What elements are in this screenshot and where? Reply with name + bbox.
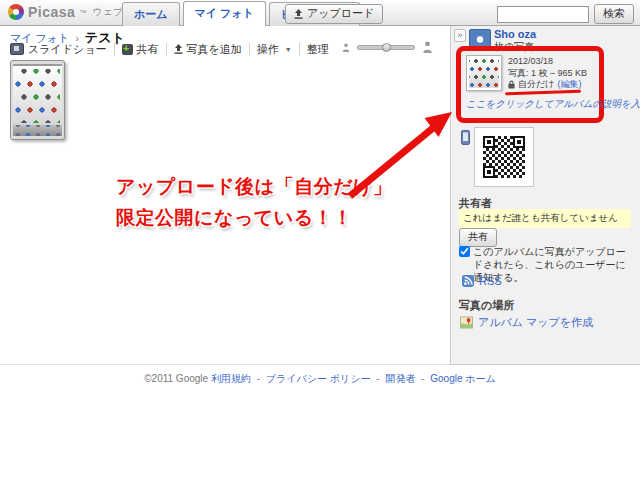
qr-finder-top-right [513,136,525,148]
sidebar-collapse-button[interactable]: » [454,29,466,42]
actions-label: 操作 [257,42,279,57]
lock-icon [508,80,515,89]
ipad-dock [13,125,62,136]
ipad-app-icons [15,69,60,123]
organize-label: 整理 [307,42,329,57]
qr-finder-bottom-left [483,166,495,178]
thumbnail-size-slider [342,41,433,53]
footer-separator: - [376,373,379,384]
add-photos-upload-icon [174,44,183,54]
organize-button[interactable]: 整理 [300,42,336,57]
picasa-web-albums-page: Picasa ™ ウェブアルバム ホーム マイ フォト ピックアップ アップロー… [0,0,640,477]
slideshow-label: スライドショー [28,42,107,57]
upload-button[interactable]: アップロード [285,4,383,24]
small-person-icon [342,43,350,52]
album-metadata: 2012/03/18 写真: 1 枚 – 965 KB 自分だけ (編集) [508,55,587,91]
slideshow-button[interactable]: スライドショー [10,42,114,57]
mobile-phone-icon [461,130,470,149]
qr-finder-top-left [483,136,495,148]
footer-separator: - [257,373,260,384]
owner-name-link[interactable]: Sho oza [494,28,536,40]
photo-location-heading: 写真の場所 [459,298,514,313]
logo-trademark: ™ [79,9,86,16]
tab-my-photos[interactable]: マイ フォト [183,1,266,26]
qr-pattern [483,136,525,178]
annotation-line-2: 限定公開になっている！！ [116,202,393,233]
copyright-text: ©2011 Google [144,373,208,384]
sharing-empty-notice: これはまだ誰とも共有していません [459,209,631,228]
photo-thumbnail-image [13,64,62,136]
upload-arrow-icon [294,9,303,19]
add-photos-button[interactable]: 写真を追加 [167,42,249,57]
album-cover-thumbnail [466,55,502,91]
slideshow-icon [10,43,24,55]
album-toolbar: スライドショー 共有 写真を追加 操作 ▼ 整理 [10,42,336,56]
notify-checkbox[interactable] [459,246,470,257]
footer-link-developers[interactable]: 開発者 [385,373,415,384]
map-icon [460,316,473,329]
share-plus-icon [122,44,133,55]
share-toolbar-button[interactable]: 共有 [115,42,166,57]
actions-dropdown[interactable]: 操作 ▼ [250,42,299,57]
footer-link-terms[interactable]: 利用規約 [211,373,251,384]
search-button[interactable]: 検索 [594,4,634,24]
annotation-text: アップロード後は「自分だけ」 限定公開になっている！！ [116,171,393,233]
logo-brand-text: Picasa [28,4,75,20]
page-footer: ©2011 Google 利用規約 - プライバシー ポリシー - 開発者 - … [0,372,640,386]
tab-home[interactable]: ホーム [122,2,180,26]
rss-link[interactable]: RSS [479,275,502,287]
album-photo-count: 写真: 1 枚 – 965 KB [508,68,587,80]
album-visibility-label: 自分だけ [518,79,554,91]
footer-link-google-home[interactable]: Google ホーム [430,373,496,384]
footer-link-privacy[interactable]: プライバシー ポリシー [266,373,371,384]
annotation-highlight-box: 2012/03/18 写真: 1 枚 – 965 KB 自分だけ (編集) ここ… [456,46,604,123]
album-qr-code [474,127,534,187]
create-album-map-link[interactable]: アルバム マップを作成 [478,315,593,330]
search-input[interactable] [497,6,589,23]
picasa-pinwheel-icon [8,4,24,20]
add-photos-label: 写真を追加 [187,42,242,57]
album-description-prompt[interactable]: ここをクリックしてアルバムの説明を入力 [466,98,594,111]
annotation-line-1: アップロード後は「自分だけ」 [116,171,393,202]
rss-row: RSS [462,275,502,287]
album-info-sidebar: » Sho oza 枚の写真 2012/03/18 写真: 1 枚 – 965 … [450,26,640,365]
large-person-icon [422,41,433,53]
create-map-row: アルバム マップを作成 [460,315,593,330]
header-search: 検索 [497,4,634,24]
slider-track[interactable] [357,45,415,50]
album-visibility-row: 自分だけ (編集) [508,79,587,91]
app-header: Picasa ™ ウェブアルバム ホーム マイ フォト ピックアップ アップロー… [0,0,640,26]
album-cover-image [469,58,499,88]
album-date: 2012/03/18 [508,56,587,68]
photo-thumbnail[interactable] [10,60,65,140]
rss-icon [462,275,474,287]
share-toolbar-label: 共有 [137,42,159,57]
footer-separator: - [421,373,424,384]
ipad-statusbar [13,64,62,66]
upload-button-label: アップロード [307,6,374,21]
slider-handle[interactable] [382,43,391,52]
chevron-down-icon: ▼ [285,46,292,53]
